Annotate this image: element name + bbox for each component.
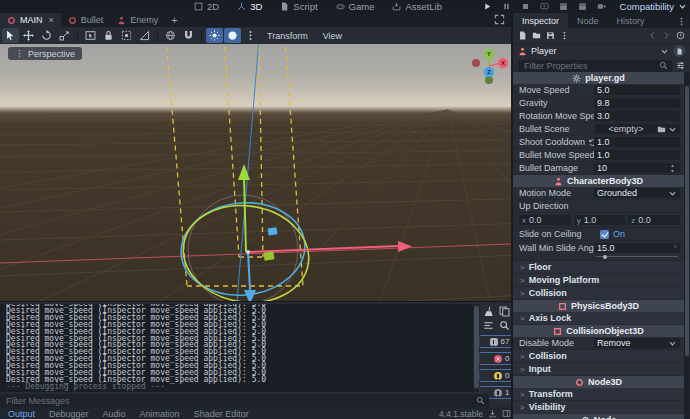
select-mode-button[interactable] [2,28,19,43]
clear-log-button[interactable] [482,305,494,317]
edit-history-button[interactable] [676,31,685,40]
history-back-button[interactable] [648,31,657,40]
property-value-field[interactable]: 3.0 [594,111,680,121]
move-mode-button[interactable] [20,28,37,43]
scene-tab-main[interactable]: MAIN × [0,13,61,27]
tab-game[interactable]: Game [328,0,383,13]
group-collision-co[interactable]: >Collision [513,350,684,363]
property-row-wall-min-slide-angle[interactable]: Wall Min Slide Angle 15.0 ° [513,241,684,261]
expand-panel-icon[interactable] [494,14,505,25]
gizmo-center[interactable] [246,250,250,254]
errors-filter-toggle[interactable]: 0 [479,352,514,365]
tab-2d[interactable]: 2D [186,0,227,13]
rotate-mode-button[interactable] [38,28,55,43]
copy-log-button[interactable] [498,305,510,317]
open-docs-button[interactable] [673,45,685,57]
run-current-scene-button[interactable] [557,1,570,13]
property-row-rotation-move-speed[interactable]: Rotation Move Speed 3.0 [513,110,684,123]
group-axis-lock[interactable]: >Axis Lock [513,312,684,325]
ruler-mode-button[interactable] [136,28,153,43]
download-icon[interactable] [488,409,497,418]
filter-properties-box[interactable] [518,60,672,72]
property-row-slide-on-ceiling[interactable]: Slide on Ceiling On [513,228,684,241]
lock-button[interactable] [100,28,117,43]
property-value-field[interactable]: 9.8 [594,98,680,108]
preview-sun-toggle[interactable] [206,28,223,43]
stepper-updown-icon[interactable] [668,164,677,173]
tab-3d[interactable]: 3D [229,0,270,13]
category-script[interactable]: player.gd [513,72,684,84]
output-log[interactable]: Desired move_speed (Inspector move_speed… [0,304,479,392]
preview-environment-toggle[interactable] [224,28,241,43]
slider-handle[interactable] [603,255,607,259]
group-transform[interactable]: >Transform [513,388,684,401]
property-row-bullet-move-speed[interactable]: Bullet Move Speed 1.0 [513,149,684,162]
property-row-up-direction[interactable]: Up Direction [513,200,684,213]
save-resource-button[interactable] [546,31,555,40]
slider-track[interactable] [596,256,678,257]
bottom-tab-shader-editor[interactable]: Shader Editor [194,409,249,419]
tab-history[interactable]: History [608,13,654,28]
filter-properties-input[interactable] [522,60,656,72]
property-filter-options-button[interactable] [676,61,685,70]
category-node[interactable]: Node [513,414,684,419]
resource-menu-icon[interactable] [560,31,569,40]
y-axis-arrow[interactable] [244,178,246,252]
property-row-disable-mode[interactable]: Disable Mode Remove [513,337,684,350]
plane-handle-green[interactable] [263,251,274,260]
scale-mode-button[interactable] [56,28,73,43]
property-value-field[interactable]: <empty> [594,124,680,134]
chevron-down-icon[interactable] [668,125,677,134]
local-space-button[interactable] [162,28,179,43]
checkbox-checked[interactable] [600,230,609,239]
bottom-tab-debugger[interactable]: Debugger [49,409,89,419]
property-row-motion-mode[interactable]: Motion Mode Grounded [513,187,684,200]
perspective-menu[interactable]: Perspective [8,47,82,60]
pause-button[interactable] [500,1,513,13]
warnings-filter-toggle[interactable]: 0 [479,369,514,382]
group-moving-platform[interactable]: >Moving Platform [513,274,684,287]
x-arrowhead[interactable] [398,241,412,252]
category-node3d[interactable]: Node3D [513,376,684,388]
run-specific-scene-button[interactable] [576,1,589,13]
messages-filter-toggle[interactable]: 67 [479,335,514,348]
bottom-tab-audio[interactable]: Audio [103,409,126,419]
property-value-field[interactable]: 5.0 [594,85,680,95]
snap-button[interactable] [180,28,197,43]
property-row-shoot-cooldown[interactable]: Shoot Cooldown 1.0 [513,136,684,149]
property-row-bullet-damage[interactable]: Bullet Damage 10 [513,162,684,175]
renderer-dropdown[interactable]: Compatibility [614,1,687,12]
add-scene-tab-button[interactable]: + [165,14,183,27]
edited-object-selector[interactable]: Player [513,44,690,58]
scene-tab-bullet[interactable]: Bullet [61,13,111,27]
sun-environment-menu[interactable] [242,28,259,43]
stop-button[interactable] [519,1,532,13]
collapse-duplicates-button[interactable] [482,319,494,331]
close-icon[interactable]: × [49,16,54,25]
new-resource-button[interactable] [518,31,527,40]
tab-script[interactable]: Script [272,0,325,13]
dropdown-field[interactable]: Grounded [594,188,680,198]
axis-navigation-gizmo[interactable]: Y X Z [472,49,508,84]
group-button[interactable] [118,28,135,43]
category-collision-object-3d[interactable]: CollisionObject3D [513,325,684,337]
search-log-button[interactable] [498,319,510,331]
plane-handle-blue[interactable] [268,227,278,235]
tab-assetlib[interactable]: AssetLib [384,0,449,13]
dropdown-field[interactable]: Remove [594,338,680,348]
dock-menu-icon[interactable] [677,12,686,30]
movie-maker-button[interactable] [595,1,608,13]
spin-slider-field[interactable]: 15.0 ° [594,243,680,253]
transform-menu[interactable]: Transform [260,31,315,41]
property-value-field[interactable]: 10 [594,163,680,173]
bottom-tab-output[interactable]: Output [8,409,35,419]
inspector-scrollbar[interactable] [684,72,690,419]
load-resource-button[interactable] [532,31,541,40]
filter-messages-input[interactable] [4,395,476,407]
group-input[interactable]: >Input [513,363,684,376]
vector-y-field[interactable]: y 1.0 [574,215,626,225]
view-menu[interactable]: View [316,31,349,41]
category-physics-body-3d[interactable]: PhysicsBody3D [513,300,684,312]
property-row-bullet-scene[interactable]: Bullet Scene <empty> [513,123,684,136]
group-floor[interactable]: >Floor [513,261,684,274]
